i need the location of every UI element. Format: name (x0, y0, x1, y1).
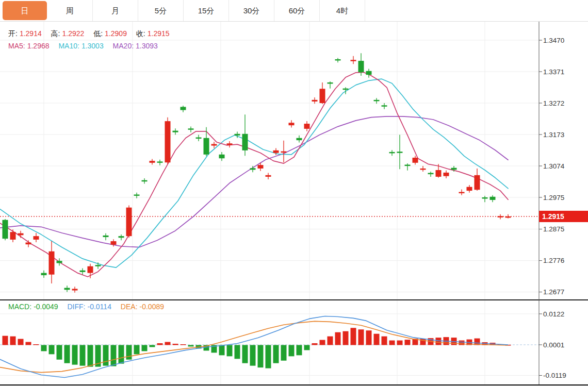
tab-day[interactable]: 日 (3, 1, 47, 20)
ma10-value: 1.3003 (81, 42, 104, 50)
svg-text:1.2677: 1.2677 (543, 288, 564, 296)
ma20-value: 1.3093 (136, 42, 158, 50)
close-label: 收: (136, 29, 145, 38)
timeframe-tabs: 日周月5分15分30分60分4时 (0, 0, 588, 22)
svg-text:1.2915: 1.2915 (542, 212, 564, 221)
dea-value: -0.0089 (140, 303, 164, 311)
low-label: 低: (93, 29, 103, 38)
ohlc-legend: 开:1.2914 高:1.2922 低:1.2909 收:1.2915 (8, 29, 172, 39)
macd-histogram (3, 328, 511, 368)
tab-month[interactable]: 月 (93, 0, 138, 21)
open-value: 1.2914 (20, 29, 42, 38)
svg-text:0.0001: 0.0001 (543, 341, 564, 349)
macd-label: MACD: (8, 303, 31, 311)
close-value: 1.2915 (148, 29, 170, 38)
high-value: 1.2922 (62, 29, 85, 38)
svg-text:1.3470: 1.3470 (543, 37, 564, 44)
svg-text:1.2875: 1.2875 (543, 225, 564, 233)
svg-text:1.2975: 1.2975 (543, 194, 564, 202)
svg-text:1.3173: 1.3173 (543, 131, 564, 139)
tab-60min[interactable]: 60分 (274, 0, 320, 21)
svg-text:1.3074: 1.3074 (543, 162, 565, 170)
ma10-label: MA10: (58, 42, 79, 50)
price-tag: 1.2915 (539, 211, 588, 222)
high-label: 高: (51, 29, 60, 38)
tab-4hour[interactable]: 4时 (320, 0, 365, 21)
tab-week[interactable]: 周 (47, 0, 93, 21)
macd-legend: MACD:-0.0049 DIFF:-0.0114 DEA:-0.0089 (8, 303, 166, 311)
tab-15min[interactable]: 15分 (184, 0, 229, 21)
price-axis: 1.34701.33711.32721.31731.30741.29751.28… (539, 22, 566, 384)
macd-value: -0.0049 (34, 303, 58, 311)
grid-layer (0, 22, 539, 384)
open-label: 开: (8, 29, 18, 38)
dea-label: DEA: (121, 303, 138, 311)
diff-label: DIFF: (68, 303, 86, 311)
ma5-label: MA5: (8, 42, 25, 50)
svg-text:0.0122: 0.0122 (543, 310, 564, 318)
svg-text:1.3272: 1.3272 (543, 99, 564, 107)
svg-text:-0.0119: -0.0119 (543, 372, 566, 379)
low-value: 1.2909 (105, 29, 127, 38)
kline-chart[interactable]: 1.34701.33711.32721.31731.30741.29751.28… (0, 0, 588, 386)
tab-5min[interactable]: 5分 (138, 0, 184, 21)
ma-legend: MA5:1.2968 MA10:1.3003 MA20:1.3093 (8, 42, 160, 50)
diff-value: -0.0114 (88, 303, 111, 311)
ma20-label: MA20: (113, 42, 134, 50)
svg-text:1.3371: 1.3371 (543, 68, 564, 76)
tab-30min[interactable]: 30分 (229, 0, 274, 21)
svg-text:1.2776: 1.2776 (543, 257, 564, 264)
ma5-value: 1.2968 (27, 42, 50, 50)
